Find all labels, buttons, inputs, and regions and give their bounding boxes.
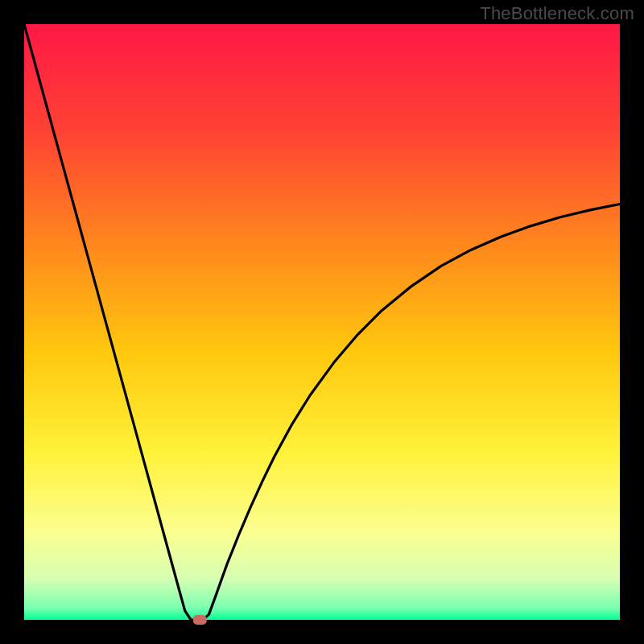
- minimum-marker: [193, 615, 207, 625]
- plot-background: [24, 24, 620, 620]
- bottleneck-plot: [0, 0, 644, 644]
- watermark-label: TheBottleneck.com: [480, 3, 634, 24]
- chart-frame: TheBottleneck.com: [0, 0, 644, 644]
